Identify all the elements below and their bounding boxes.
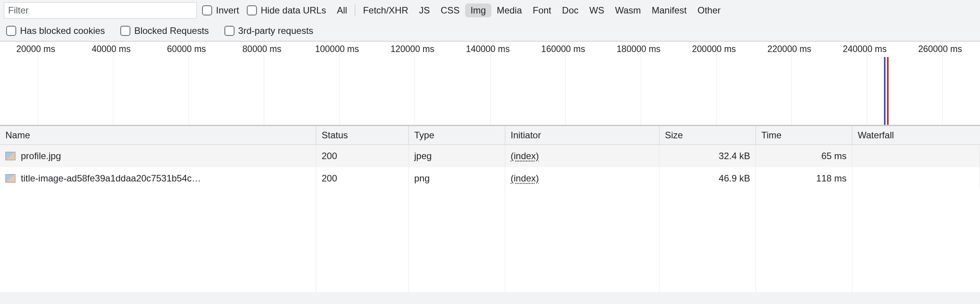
- timeline-tick-label: 180000 ms: [617, 44, 661, 54]
- image-file-icon: [5, 174, 15, 183]
- timeline-tick-label: 140000 ms: [466, 44, 510, 54]
- file-name: profile.jpg: [21, 151, 61, 161]
- timeline-tick-label: 40000 ms: [92, 44, 131, 54]
- cell-status: 200: [316, 145, 409, 167]
- cell-size: 32.4 kB: [660, 145, 756, 167]
- network-table-header: Name Status Type Initiator Size Time Wat…: [0, 126, 980, 145]
- type-filter-manifest[interactable]: Manifest: [646, 3, 692, 17]
- type-filter-wasm[interactable]: Wasm: [610, 3, 646, 17]
- timeline-overview[interactable]: 20000 ms40000 ms60000 ms80000 ms100000 m…: [0, 41, 980, 126]
- timeline-tick-label: 60000 ms: [167, 44, 206, 54]
- checkbox-icon: [247, 5, 257, 15]
- column-header-waterfall[interactable]: Waterfall: [852, 126, 980, 144]
- image-file-icon: [5, 152, 15, 160]
- divider-icon: [355, 5, 355, 16]
- checkbox-icon: [224, 26, 234, 36]
- filter-input[interactable]: [4, 2, 197, 18]
- cell-waterfall: [852, 167, 980, 190]
- checkbox-icon: [120, 26, 130, 36]
- timeline-tick-label: 240000 ms: [843, 44, 887, 54]
- cell-time: 118 ms: [756, 167, 852, 190]
- timeline-tick-label: 100000 ms: [315, 44, 359, 54]
- type-filter-bar: All Fetch/XHR JS CSS Img Media Font Doc …: [331, 3, 726, 17]
- network-toolbar: Invert Hide data URLs All Fetch/XHR JS C…: [0, 0, 980, 41]
- timeline-tick-label: 20000 ms: [16, 44, 55, 54]
- timeline-marker: [884, 57, 886, 125]
- file-name: title-image-ad58fe39a1ddaa20c7531b54c…: [21, 173, 201, 184]
- timeline-tick-label: 160000 ms: [541, 44, 585, 54]
- timeline-tick-label: 120000 ms: [390, 44, 434, 54]
- checkbox-icon: [6, 26, 16, 36]
- cell-status: 200: [316, 167, 409, 190]
- timeline-tick-label: 200000 ms: [692, 44, 736, 54]
- timeline-tick-label: 80000 ms: [243, 44, 282, 54]
- column-header-size[interactable]: Size: [660, 126, 756, 144]
- type-filter-media[interactable]: Media: [491, 3, 527, 17]
- cell-type: png: [409, 167, 505, 190]
- column-header-name[interactable]: Name: [0, 126, 316, 144]
- third-party-checkbox[interactable]: 3rd-party requests: [222, 25, 316, 37]
- blocked-requests-label: Blocked Requests: [134, 25, 209, 36]
- type-filter-font[interactable]: Font: [527, 3, 557, 17]
- timeline-tick-label: 260000 ms: [918, 44, 962, 54]
- table-row[interactable]: profile.jpg200jpeg(index)32.4 kB65 ms: [0, 145, 980, 167]
- cell-initiator: (index): [505, 167, 660, 190]
- type-filter-doc[interactable]: Doc: [557, 3, 584, 17]
- invert-checkbox[interactable]: Invert: [200, 4, 241, 17]
- type-filter-other[interactable]: Other: [692, 3, 726, 17]
- type-filter-ws[interactable]: WS: [584, 3, 610, 17]
- network-table-body: profile.jpg200jpeg(index)32.4 kB65 mstit…: [0, 145, 980, 292]
- cell-name: title-image-ad58fe39a1ddaa20c7531b54c…: [0, 167, 316, 190]
- type-filter-fetchxhr[interactable]: Fetch/XHR: [358, 3, 413, 17]
- cell-name: profile.jpg: [0, 145, 316, 167]
- timeline-tick-label: 220000 ms: [767, 44, 811, 54]
- column-header-initiator[interactable]: Initiator: [505, 126, 660, 144]
- cell-size: 46.9 kB: [660, 167, 756, 190]
- cell-time: 65 ms: [756, 145, 852, 167]
- has-blocked-cookies-label: Has blocked cookies: [20, 25, 105, 36]
- cell-initiator: (index): [505, 145, 660, 167]
- column-header-time[interactable]: Time: [756, 126, 852, 144]
- initiator-link[interactable]: (index): [511, 173, 539, 184]
- has-blocked-cookies-checkbox[interactable]: Has blocked cookies: [4, 25, 107, 37]
- cell-waterfall: [852, 145, 980, 167]
- initiator-link[interactable]: (index): [511, 151, 539, 161]
- type-filter-css[interactable]: CSS: [435, 3, 465, 17]
- hide-data-urls-label: Hide data URLs: [261, 5, 326, 16]
- type-filter-img[interactable]: Img: [465, 3, 491, 17]
- cell-type: jpeg: [409, 145, 505, 167]
- column-header-type[interactable]: Type: [409, 126, 505, 144]
- toolbar-row-2: Has blocked cookies Blocked Requests 3rd…: [4, 22, 976, 40]
- hide-data-urls-checkbox[interactable]: Hide data URLs: [245, 4, 328, 17]
- type-filter-all[interactable]: All: [331, 3, 353, 17]
- column-header-status[interactable]: Status: [316, 126, 409, 144]
- blocked-requests-checkbox[interactable]: Blocked Requests: [118, 25, 211, 37]
- checkbox-icon: [202, 5, 212, 15]
- table-row[interactable]: title-image-ad58fe39a1ddaa20c7531b54c…20…: [0, 167, 980, 190]
- type-filter-js[interactable]: JS: [414, 3, 435, 17]
- timeline-marker: [887, 57, 889, 125]
- third-party-label: 3rd-party requests: [238, 25, 314, 36]
- invert-label: Invert: [216, 5, 239, 16]
